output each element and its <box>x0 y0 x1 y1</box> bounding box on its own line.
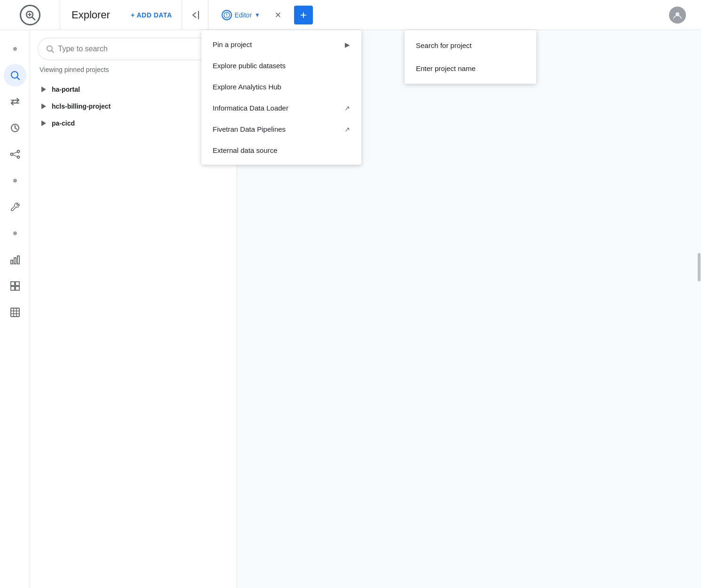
svg-line-17 <box>13 152 17 154</box>
add-data-button[interactable]: + ADD DATA <box>121 0 182 30</box>
add-data-menu-item-external[interactable]: External data source <box>201 140 361 161</box>
table-icon <box>10 307 20 318</box>
search-input[interactable] <box>58 45 221 53</box>
collapse-panel-button[interactable] <box>182 0 208 30</box>
history-icon <box>10 123 20 133</box>
app-logo-icon <box>20 5 40 25</box>
svg-rect-24 <box>11 286 15 290</box>
editor-label: Editor <box>235 11 252 19</box>
svg-rect-25 <box>16 286 19 290</box>
add-data-menu-item-informatica[interactable]: Informatica Data Loader ↗ <box>201 97 361 119</box>
svg-rect-26 <box>11 308 19 317</box>
share-icon <box>10 149 20 159</box>
sidebar-item-transfer[interactable] <box>4 90 26 113</box>
add-data-label: + ADD DATA <box>131 11 172 19</box>
svg-rect-23 <box>16 282 19 286</box>
svg-rect-22 <box>11 282 15 286</box>
editor-area: Editor ▼ × + <box>208 0 320 30</box>
new-tab-button[interactable]: + <box>294 6 313 24</box>
sidebar-item-search[interactable] <box>4 64 26 87</box>
public-datasets-label: Explore public datasets <box>213 62 286 70</box>
close-icon: × <box>275 9 281 21</box>
logo-area <box>0 0 60 30</box>
new-tab-icon: + <box>300 9 307 21</box>
pin-submenu-item-enter-name[interactable]: Enter project name <box>405 57 536 80</box>
sidebar-item-wrench[interactable] <box>4 196 26 218</box>
svg-point-14 <box>17 151 19 153</box>
sidebar-dot-3 <box>4 222 26 245</box>
svg-line-10 <box>17 78 19 80</box>
add-data-menu-item-analytics-hub[interactable]: Explore Analytics Hub <box>201 76 361 97</box>
project-name-hcls-billing: hcls-billing-project <box>52 103 111 110</box>
expand-icon <box>41 87 46 92</box>
pin-project-label: Pin a project <box>213 40 252 48</box>
svg-line-18 <box>13 155 17 157</box>
scrollbar-thumb[interactable] <box>698 253 701 281</box>
add-data-menu-item-fivetran[interactable]: Fivetran Data Pipelines ↗ <box>201 119 361 140</box>
pin-arrow-icon: ▶ <box>345 41 350 48</box>
sidebar-icons <box>0 30 30 588</box>
search-nav-icon <box>10 70 20 80</box>
svg-rect-19 <box>11 260 13 264</box>
expand-icon-3 <box>41 120 46 126</box>
search-input-icon <box>46 44 55 54</box>
editor-dropdown-icon: ▼ <box>255 12 260 18</box>
svg-point-7 <box>226 16 227 16</box>
add-data-menu-item-pin[interactable]: Pin a project ▶ <box>201 34 361 55</box>
add-data-dropdown: Pin a project ▶ Explore public datasets … <box>201 30 361 165</box>
top-bar: Explorer + ADD DATA Editor ▼ × <box>0 0 701 30</box>
svg-line-1 <box>32 17 35 20</box>
informatica-label: Informatica Data Loader <box>213 104 288 112</box>
profile-button[interactable] <box>669 7 686 24</box>
external-source-label: External data source <box>213 146 278 154</box>
pin-project-submenu: Search for project Enter project name <box>405 30 536 84</box>
sidebar-item-table[interactable] <box>4 301 26 324</box>
pin-submenu-item-search[interactable]: Search for project <box>405 34 536 57</box>
editor-button[interactable]: Editor ▼ <box>216 6 266 24</box>
sidebar-item-chart[interactable] <box>4 248 26 271</box>
enter-project-name-label: Enter project name <box>416 64 476 72</box>
project-name-ha-portal: ha-portal <box>52 86 80 93</box>
chart-icon <box>10 254 20 265</box>
close-editor-button[interactable]: × <box>270 7 287 24</box>
editor-icon <box>222 10 232 20</box>
analytics-hub-label: Explore Analytics Hub <box>213 83 281 91</box>
project-name-pa-cicd: pa-cicd <box>52 119 75 127</box>
search-box[interactable] <box>38 38 229 60</box>
app-title: Explorer <box>60 9 121 21</box>
wrench-icon <box>10 202 20 212</box>
project-item-ha-portal[interactable]: ha-portal <box>38 81 229 98</box>
sidebar-item-dashboard[interactable] <box>4 275 26 297</box>
viewing-pinned-label: Viewing pinned projects <box>38 66 229 73</box>
fivetran-label: Fivetran Data Pipelines <box>213 125 286 133</box>
svg-rect-20 <box>14 258 16 264</box>
expand-icon-2 <box>41 103 46 109</box>
svg-rect-21 <box>17 256 19 264</box>
sidebar-item-share[interactable] <box>4 143 26 166</box>
project-item-pa-cicd[interactable]: pa-cicd <box>38 115 229 132</box>
search-for-project-label: Search for project <box>416 41 471 49</box>
sidebar-item-history[interactable] <box>4 117 26 139</box>
svg-line-32 <box>52 50 54 52</box>
informatica-ext-icon: ↗ <box>344 104 350 112</box>
svg-point-15 <box>17 156 19 159</box>
sidebar-dot-2 <box>4 169 26 192</box>
add-data-menu-item-public[interactable]: Explore public datasets <box>201 55 361 76</box>
fivetran-ext-icon: ↗ <box>344 126 350 133</box>
project-list: ha-portal hcls-billing-project pa-cicd <box>38 81 229 132</box>
project-item-hcls-billing[interactable]: hcls-billing-project <box>38 98 229 115</box>
svg-point-16 <box>10 153 13 156</box>
dashboard-icon <box>10 281 20 291</box>
sidebar-dot-1 <box>4 38 26 60</box>
transfer-icon <box>10 96 20 107</box>
